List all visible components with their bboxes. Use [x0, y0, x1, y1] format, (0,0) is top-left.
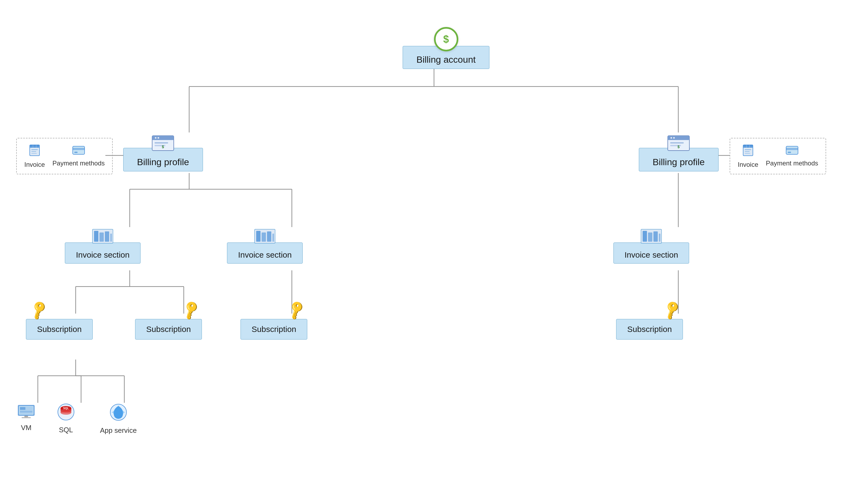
subscription-3-node: 🔑 Subscription	[240, 314, 307, 340]
svg-point-90	[60, 410, 71, 415]
svg-rect-44	[31, 151, 36, 152]
app-service-icon	[109, 403, 128, 424]
right-dashed-box: Invoice Payment methods	[730, 138, 826, 174]
svg-point-30	[157, 137, 159, 139]
subscription-4-key-icon: 🔑	[661, 299, 683, 321]
svg-rect-61	[786, 148, 798, 150]
svg-rect-81	[20, 407, 25, 410]
billing-account-node: $ Billing account	[403, 27, 489, 69]
subscription-1-key-icon: 🔑	[28, 299, 50, 321]
svg-rect-45	[31, 153, 37, 154]
svg-rect-76	[654, 231, 658, 242]
subscription-3-box: Subscription	[240, 319, 307, 340]
left-invoice-icon	[28, 144, 41, 159]
left-invoice-item: Invoice	[24, 144, 45, 168]
left-payment-item: Payment methods	[52, 145, 105, 167]
svg-rect-70	[262, 232, 266, 242]
svg-rect-60	[786, 146, 798, 154]
right-payment-item: Payment methods	[766, 145, 818, 167]
invoice-section-2-icon	[254, 227, 276, 247]
svg-rect-64	[94, 231, 98, 242]
app-service-node: App service	[100, 403, 137, 435]
svg-rect-77	[659, 233, 661, 242]
subscription-1-box: Subscription	[26, 319, 93, 340]
sql-icon: SQL	[57, 403, 75, 423]
svg-rect-54	[745, 149, 751, 150]
svg-rect-65	[99, 232, 104, 242]
invoice-section-1-icon	[92, 227, 113, 247]
billing-profile-left-icon: $	[151, 132, 175, 154]
left-dashed-box: Invoice Payment methods	[16, 138, 113, 174]
billing-profile-right-icon: $	[666, 132, 691, 154]
svg-text:SQL: SQL	[63, 407, 69, 410]
left-payment-icon	[72, 145, 85, 158]
svg-rect-43	[31, 149, 38, 150]
billing-profile-left-node: $ Billing profile	[123, 132, 203, 171]
svg-rect-62	[788, 152, 791, 153]
svg-text:$: $	[678, 145, 680, 149]
right-invoice-item: Invoice	[738, 144, 758, 168]
svg-rect-56	[745, 153, 750, 154]
svg-rect-71	[267, 231, 271, 242]
right-payment-icon	[786, 145, 798, 158]
subscription-3-key-icon: 🔑	[285, 299, 308, 321]
sql-node: SQL SQL	[57, 403, 75, 434]
invoice-section-3-icon	[640, 227, 662, 247]
svg-rect-67	[110, 233, 112, 242]
subscription-2-box: Subscription	[135, 319, 202, 340]
svg-rect-75	[648, 232, 653, 242]
svg-rect-84	[22, 417, 31, 418]
subscription-4-box: Subscription	[616, 319, 683, 340]
svg-point-36	[670, 137, 672, 139]
invoice-section-1-node: Invoice section	[65, 227, 141, 264]
diagram-container: $ Billing account $ Billing profile	[0, 0, 868, 492]
svg-rect-66	[105, 231, 109, 242]
svg-rect-31	[155, 142, 168, 144]
subscription-2-node: 🔑 Subscription	[135, 314, 202, 340]
svg-rect-51	[74, 152, 78, 153]
svg-point-29	[155, 137, 156, 139]
svg-rect-49	[73, 146, 84, 154]
svg-rect-83	[24, 416, 28, 417]
svg-rect-69	[256, 231, 260, 242]
billing-profile-right-node: $ Billing profile	[639, 132, 719, 171]
subscription-4-node: 🔑 Subscription	[616, 314, 683, 340]
svg-rect-74	[643, 231, 647, 242]
right-invoice-icon	[742, 144, 755, 159]
invoice-section-2-node: Invoice section	[227, 227, 303, 264]
vm-icon	[17, 403, 36, 421]
subscription-1-node: 🔑 Subscription	[26, 314, 93, 340]
svg-rect-55	[745, 151, 750, 152]
subscription-2-key-icon: 🔑	[180, 299, 202, 321]
svg-text:$: $	[162, 145, 164, 149]
invoice-section-3-node: Invoice section	[613, 227, 689, 264]
svg-rect-50	[73, 148, 84, 150]
svg-rect-38	[670, 142, 684, 144]
svg-rect-72	[273, 233, 274, 242]
svg-rect-82	[20, 411, 32, 413]
vm-node: VM	[17, 403, 36, 432]
svg-point-37	[673, 137, 675, 139]
billing-account-icon: $	[434, 27, 458, 51]
